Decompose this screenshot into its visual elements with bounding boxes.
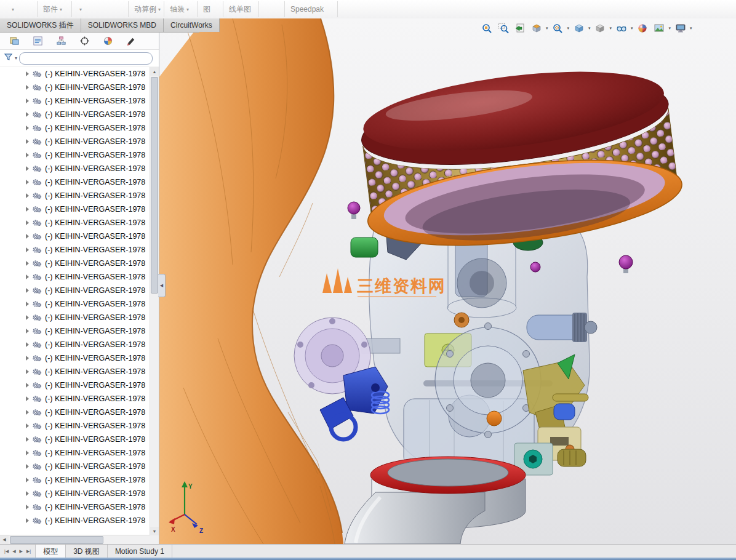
- tree-item[interactable]: (-) KEIHIN-VERGASER-1978: [0, 500, 150, 514]
- tree-item[interactable]: (-) KEIHIN-VERGASER-1978: [0, 473, 150, 487]
- green-knob-part[interactable]: [351, 238, 378, 257]
- expand-arrow-icon[interactable]: [26, 207, 29, 212]
- status-tab-3[interactable]: Motion Study 1: [108, 545, 172, 558]
- ribbon-item[interactable]: 动算例▾: [134, 2, 161, 16]
- tab-displaymanager[interactable]: [101, 34, 114, 47]
- expand-arrow-icon[interactable]: [26, 71, 29, 76]
- tree-item[interactable]: (-) KEIHIN-VERGASER-1978: [0, 67, 150, 81]
- dropdown-caret-icon[interactable]: ▾: [567, 26, 570, 31]
- tree-item[interactable]: (-) KEIHIN-VERGASER-1978: [0, 514, 150, 527]
- tree-item[interactable]: (-) KEIHIN-VERGASER-1978: [0, 487, 150, 500]
- tree-item[interactable]: (-) KEIHIN-VERGASER-1978: [0, 297, 150, 311]
- filter-caret-icon[interactable]: ▾: [15, 55, 17, 61]
- tree-item[interactable]: (-) KEIHIN-VERGASER-1978: [0, 121, 150, 135]
- expand-arrow-icon[interactable]: [26, 464, 29, 469]
- model-canvas[interactable]: Y X Z 三维资料网: [159, 18, 736, 544]
- study-nav-button-4[interactable]: ▶|: [25, 548, 32, 555]
- command-tab-3[interactable]: CircuitWorks: [164, 18, 220, 32]
- expand-arrow-icon[interactable]: [26, 126, 29, 130]
- status-tab-1[interactable]: 模型: [36, 545, 66, 558]
- ribbon-item[interactable]: ▾: [78, 2, 82, 16]
- hide-show-items-button[interactable]: [614, 21, 629, 36]
- filter-funnel-icon[interactable]: [4, 52, 13, 64]
- tree-item[interactable]: (-) KEIHIN-VERGASER-1978: [0, 365, 150, 378]
- display-style-button[interactable]: [593, 21, 608, 36]
- tree-item[interactable]: (-) KEIHIN-VERGASER-1978: [0, 446, 150, 460]
- expand-arrow-icon[interactable]: [26, 356, 29, 361]
- scroll-left-button[interactable]: ◀: [0, 535, 9, 544]
- study-nav-button-1[interactable]: |◀: [3, 548, 10, 555]
- ribbon-item[interactable]: 图: [203, 2, 210, 16]
- tree-item[interactable]: (-) KEIHIN-VERGASER-1978: [0, 257, 150, 270]
- tree-horizontal-scrollbar[interactable]: ◀: [0, 535, 150, 544]
- study-nav-button-3[interactable]: ▶: [18, 548, 24, 555]
- tree-item[interactable]: (-) KEIHIN-VERGASER-1978: [0, 230, 150, 243]
- tree-item[interactable]: (-) KEIHIN-VERGASER-1978: [0, 108, 150, 121]
- edit-appearance-button[interactable]: [635, 21, 650, 36]
- tree-item[interactable]: (-) KEIHIN-VERGASER-1978: [0, 81, 150, 94]
- tree-item[interactable]: (-) KEIHIN-VERGASER-1978: [0, 284, 150, 297]
- dropdown-caret-icon[interactable]: ▾: [689, 26, 693, 31]
- expand-arrow-icon[interactable]: [26, 450, 29, 455]
- tree-vertical-scrollbar[interactable]: ▲ ▼: [150, 67, 159, 535]
- tree-item[interactable]: (-) KEIHIN-VERGASER-1978: [0, 175, 150, 189]
- orange-body-part[interactable]: [159, 18, 343, 544]
- section-view-button[interactable]: [529, 21, 544, 36]
- ribbon-item[interactable]: Speedpak: [290, 2, 324, 16]
- tree-item[interactable]: (-) KEIHIN-VERGASER-1978: [0, 460, 150, 473]
- tree-item[interactable]: (-) KEIHIN-VERGASER-1978: [0, 324, 150, 338]
- tree-item[interactable]: (-) KEIHIN-VERGASER-1978: [0, 392, 150, 406]
- tree-item[interactable]: (-) KEIHIN-VERGASER-1978: [0, 406, 150, 419]
- air-filter-assembly[interactable]: [353, 57, 691, 265]
- tree-item[interactable]: (-) KEIHIN-VERGASER-1978: [0, 311, 150, 324]
- tree-item[interactable]: (-) KEIHIN-VERGASER-1978: [0, 216, 150, 230]
- tree-item[interactable]: (-) KEIHIN-VERGASER-1978: [0, 135, 150, 148]
- ribbon-item[interactable]: 部件▾: [43, 2, 62, 16]
- expand-arrow-icon[interactable]: [26, 288, 29, 293]
- expand-arrow-icon[interactable]: [26, 112, 29, 117]
- expand-arrow-icon[interactable]: [26, 410, 29, 415]
- scroll-up-button[interactable]: ▲: [150, 67, 159, 76]
- tree-item[interactable]: (-) KEIHIN-VERGASER-1978: [0, 433, 150, 446]
- expand-arrow-icon[interactable]: [26, 166, 29, 171]
- expand-arrow-icon[interactable]: [26, 383, 29, 388]
- dropdown-caret-icon[interactable]: ▾: [668, 26, 672, 31]
- study-nav-button-2[interactable]: ◀: [11, 548, 17, 555]
- expand-arrow-icon[interactable]: [26, 478, 29, 482]
- tree-item[interactable]: (-) KEIHIN-VERGASER-1978: [0, 419, 150, 433]
- scroll-down-button[interactable]: ▼: [150, 527, 159, 535]
- tree-item[interactable]: (-) KEIHIN-VERGASER-1978: [0, 378, 150, 392]
- dropdown-caret-icon[interactable]: ▾: [630, 26, 634, 31]
- dropdown-caret-icon[interactable]: ▾: [609, 26, 613, 31]
- expand-arrow-icon[interactable]: [26, 329, 29, 334]
- expand-arrow-icon[interactable]: [26, 261, 29, 266]
- tree-item[interactable]: (-) KEIHIN-VERGASER-1978: [0, 202, 150, 216]
- expand-arrow-icon[interactable]: [26, 153, 29, 158]
- dropdown-caret-icon[interactable]: ▾: [588, 26, 591, 31]
- view-settings-button[interactable]: [673, 21, 688, 36]
- expand-arrow-icon[interactable]: [26, 342, 29, 347]
- apply-scene-button[interactable]: [652, 21, 667, 36]
- tree-item[interactable]: (-) KEIHIN-VERGASER-1978: [0, 351, 150, 365]
- ribbon-item[interactable]: 轴装▾: [170, 2, 189, 16]
- expand-arrow-icon[interactable]: [26, 369, 29, 374]
- expand-arrow-icon[interactable]: [26, 505, 29, 510]
- status-tab-2[interactable]: 3D 视图: [66, 545, 108, 558]
- expand-arrow-icon[interactable]: [26, 98, 29, 103]
- tab-featuremanager[interactable]: [7, 34, 21, 47]
- zoom-to-fit-button[interactable]: [479, 21, 494, 36]
- expand-arrow-icon[interactable]: [26, 518, 29, 523]
- expand-arrow-icon[interactable]: [26, 234, 29, 239]
- tree-item[interactable]: (-) KEIHIN-VERGASER-1978: [0, 243, 150, 257]
- panel-splitter-handle[interactable]: ◀: [158, 274, 166, 297]
- magnified-selection-button[interactable]: [550, 21, 566, 36]
- ribbon-item[interactable]: ▾: [10, 2, 14, 16]
- command-tab-1[interactable]: SOLIDWORKS 插件: [0, 18, 81, 32]
- tree-filter-input[interactable]: [19, 52, 153, 65]
- 3d-viewport[interactable]: Y X Z 三维资料网 ▾▾▾▾▾▾▾: [159, 18, 736, 544]
- command-tab-2[interactable]: SOLIDWORKS MBD: [81, 18, 164, 32]
- expand-arrow-icon[interactable]: [26, 220, 29, 225]
- expand-arrow-icon[interactable]: [26, 396, 29, 401]
- view-orientation-button[interactable]: [571, 21, 586, 36]
- expand-arrow-icon[interactable]: [26, 423, 29, 428]
